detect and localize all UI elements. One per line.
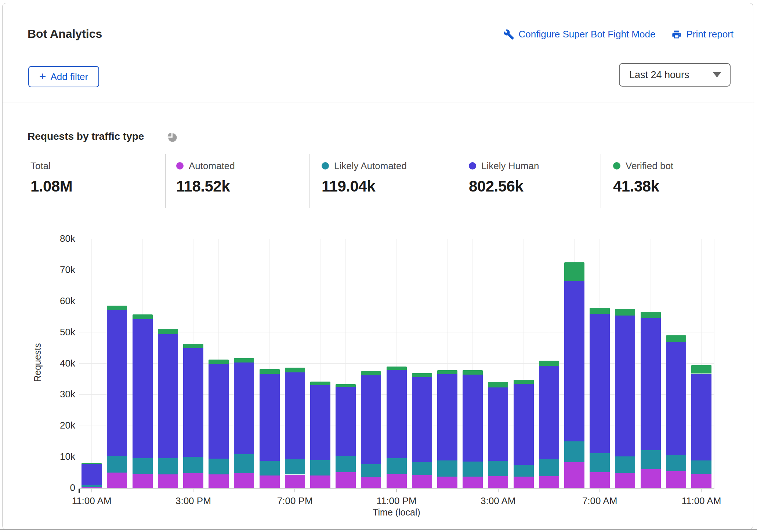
bar-13-verified-bot-segment[interactable] [412,373,432,377]
bar-21-verified-bot-segment[interactable] [615,309,635,316]
bar-19-likely-automated-segment[interactable] [564,441,584,463]
bar-0-verified-bot-segment[interactable] [82,463,102,464]
bar-12-likely-human-segment[interactable] [387,370,407,458]
bar-18-verified-bot-segment[interactable] [539,361,559,366]
bar-11-likely-human-segment[interactable] [361,375,381,464]
bar-2-likely-automated-segment[interactable] [133,458,153,474]
bar-11-likely-automated-segment[interactable] [361,464,381,477]
bar-22-verified-bot-segment[interactable] [641,312,661,318]
bar-8-verified-bot-segment[interactable] [285,368,305,372]
bar-5-likely-automated-segment[interactable] [209,459,229,474]
bar-21-likely-human-segment[interactable] [615,316,635,456]
bar-4-automated-segment[interactable] [183,473,203,488]
bar-20-likely-human-segment[interactable] [590,314,610,453]
bar-16-likely-automated-segment[interactable] [488,461,508,476]
bar-16-automated-segment[interactable] [488,476,508,488]
bar-10-verified-bot-segment[interactable] [336,384,356,387]
bar-1-likely-human-segment[interactable] [107,310,127,456]
bar-19-likely-human-segment[interactable] [564,281,584,441]
bar-16-verified-bot-segment[interactable] [488,382,508,387]
bar-23-verified-bot-segment[interactable] [666,335,686,342]
bar-14-automated-segment[interactable] [437,477,457,488]
bar-10-likely-automated-segment[interactable] [336,456,356,472]
configure-super-bot-fight-mode-link[interactable]: Configure Super Bot Fight Mode [503,29,656,40]
bar-20-verified-bot-segment[interactable] [590,308,610,314]
bar-14-verified-bot-segment[interactable] [437,370,457,374]
add-filter-button[interactable]: + Add filter [28,66,99,87]
bar-4-verified-bot-segment[interactable] [183,344,203,348]
bar-17-likely-automated-segment[interactable] [514,465,534,477]
bar-0-likely-human-segment[interactable] [82,464,102,485]
bar-14-likely-automated-segment[interactable] [437,460,457,477]
bar-15-automated-segment[interactable] [463,477,483,488]
bar-10-automated-segment[interactable] [336,472,356,488]
bar-15-likely-human-segment[interactable] [463,375,483,462]
bar-13-likely-human-segment[interactable] [412,377,432,462]
time-range-select[interactable]: Last 24 hours [619,63,731,87]
bar-5-automated-segment[interactable] [209,474,229,488]
bar-18-likely-human-segment[interactable] [539,366,559,459]
bar-22-automated-segment[interactable] [641,469,661,488]
bar-11-verified-bot-segment[interactable] [361,371,381,375]
bar-12-automated-segment[interactable] [387,474,407,488]
bar-11-automated-segment[interactable] [361,477,381,488]
bar-9-likely-human-segment[interactable] [310,385,330,460]
bar-8-likely-automated-segment[interactable] [285,459,305,475]
bar-20-automated-segment[interactable] [590,472,610,488]
bar-6-likely-human-segment[interactable] [234,362,254,454]
bar-9-automated-segment[interactable] [310,475,330,488]
bar-9-verified-bot-segment[interactable] [310,382,330,385]
bar-12-likely-automated-segment[interactable] [387,458,407,474]
bar-18-automated-segment[interactable] [539,476,559,488]
bar-7-likely-automated-segment[interactable] [260,461,280,475]
bar-20-likely-automated-segment[interactable] [590,453,610,472]
bar-15-likely-automated-segment[interactable] [463,462,483,477]
bar-6-automated-segment[interactable] [234,473,254,488]
bar-2-verified-bot-segment[interactable] [133,314,153,319]
bar-13-likely-automated-segment[interactable] [412,462,432,475]
bar-24-verified-bot-segment[interactable] [691,365,711,374]
bar-24-likely-human-segment[interactable] [691,374,711,461]
bar-18-likely-automated-segment[interactable] [539,459,559,476]
bar-3-verified-bot-segment[interactable] [158,329,178,334]
bar-5-likely-human-segment[interactable] [209,364,229,459]
bar-6-likely-automated-segment[interactable] [234,454,254,473]
bar-12-verified-bot-segment[interactable] [387,367,407,370]
bar-4-likely-human-segment[interactable] [183,348,203,457]
bar-19-automated-segment[interactable] [564,462,584,488]
bar-17-likely-human-segment[interactable] [514,384,534,465]
bar-1-verified-bot-segment[interactable] [107,306,127,310]
bar-24-likely-automated-segment[interactable] [691,460,711,474]
bar-8-automated-segment[interactable] [285,475,305,488]
bar-17-verified-bot-segment[interactable] [514,380,534,383]
bar-3-likely-automated-segment[interactable] [158,458,178,474]
bar-7-likely-human-segment[interactable] [260,374,280,461]
bar-5-verified-bot-segment[interactable] [209,360,229,364]
bar-23-likely-human-segment[interactable] [666,342,686,455]
bar-14-likely-human-segment[interactable] [437,374,457,460]
bar-15-verified-bot-segment[interactable] [463,370,483,375]
bar-16-likely-human-segment[interactable] [488,387,508,461]
bar-21-likely-automated-segment[interactable] [615,456,635,473]
bar-6-verified-bot-segment[interactable] [234,358,254,362]
bar-22-likely-human-segment[interactable] [641,318,661,451]
bar-3-automated-segment[interactable] [158,474,178,488]
bar-1-likely-automated-segment[interactable] [107,456,127,473]
bar-2-likely-human-segment[interactable] [133,319,153,458]
bar-22-likely-automated-segment[interactable] [641,450,661,469]
bar-19-verified-bot-segment[interactable] [564,262,584,281]
bar-7-verified-bot-segment[interactable] [260,369,280,374]
print-report-link[interactable]: Print report [671,29,734,40]
bar-7-automated-segment[interactable] [260,475,280,488]
bar-10-likely-human-segment[interactable] [336,387,356,456]
bar-4-likely-automated-segment[interactable] [183,457,203,473]
bar-0-likely-automated-segment[interactable] [82,485,102,487]
bar-3-likely-human-segment[interactable] [158,334,178,458]
bar-23-likely-automated-segment[interactable] [666,455,686,471]
bar-1-automated-segment[interactable] [107,473,127,488]
bar-23-automated-segment[interactable] [666,471,686,488]
bar-21-automated-segment[interactable] [615,473,635,488]
bar-17-automated-segment[interactable] [514,477,534,488]
bar-24-automated-segment[interactable] [691,474,711,488]
bar-0-automated-segment[interactable] [82,487,102,488]
